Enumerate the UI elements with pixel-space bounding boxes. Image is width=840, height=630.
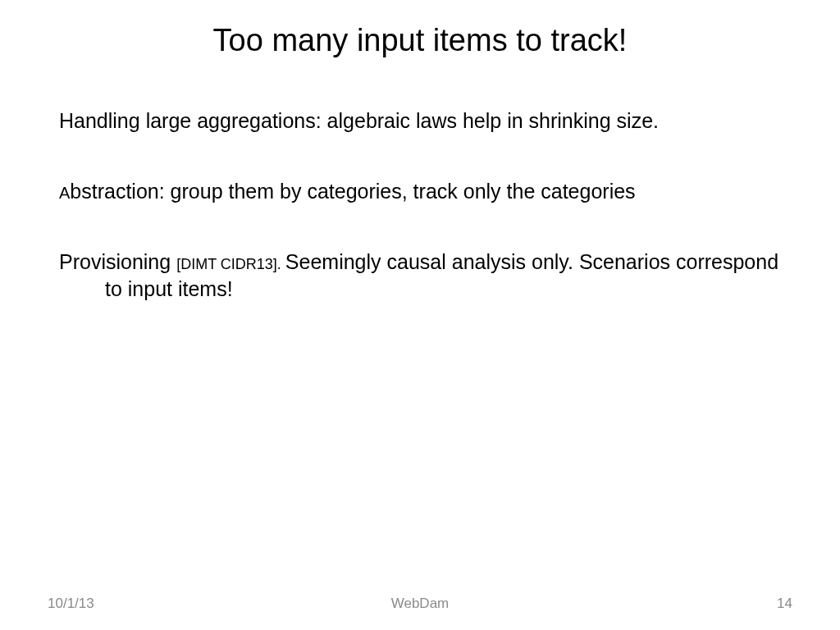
slide-title: Too many input items to track! <box>0 0 840 75</box>
bullet-3-citation: [DIMT CIDR13]. <box>176 256 285 272</box>
bullet-2-text: bstraction: group them by categories, tr… <box>70 180 635 203</box>
bullet-3-prefix: Provisioning <box>59 250 176 273</box>
slide-footer: 10/1/13 WebDam 14 <box>0 596 840 612</box>
slide-content: Handling large aggregations: algebraic l… <box>0 75 840 304</box>
bullet-1: Handling large aggregations: algebraic l… <box>59 107 781 135</box>
footer-date: 10/1/13 <box>48 596 94 612</box>
bullet-3-main: Seemingly causal analysis only. Scenario… <box>285 250 778 273</box>
bullet-1-text: Handling large aggregations: algebraic l… <box>59 109 659 132</box>
bullet-2-prefix: A <box>59 184 70 202</box>
bullet-3: Provisioning [DIMT CIDR13]. Seemingly ca… <box>59 249 781 304</box>
bullet-3-continuation: to input items! <box>59 276 781 304</box>
bullet-2: Abstraction: group them by categories, t… <box>59 178 781 206</box>
footer-page-number: 14 <box>777 596 792 612</box>
footer-center: WebDam <box>391 596 450 612</box>
